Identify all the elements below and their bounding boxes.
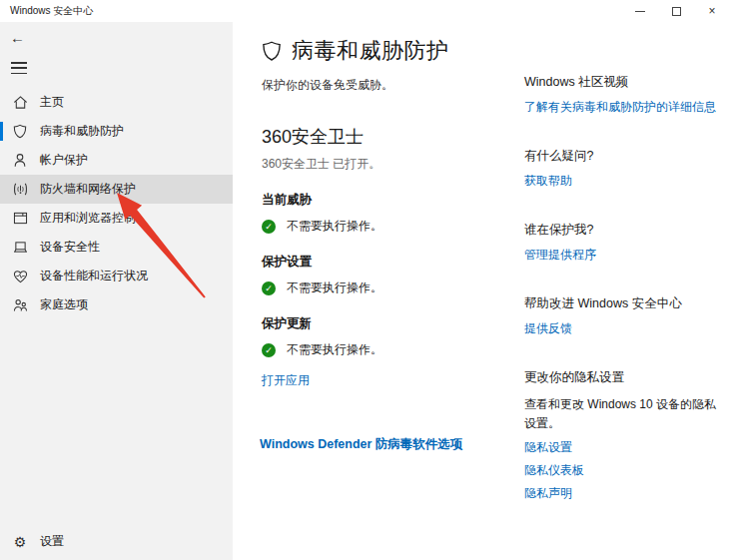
section-heading-current-threats: 当前威胁 xyxy=(262,192,524,209)
hamburger-menu-button[interactable] xyxy=(11,62,27,74)
aside-link-get-help[interactable]: 获取帮助 xyxy=(524,173,572,190)
status-row: ✓ 不需要执行操作。 xyxy=(262,280,524,296)
page-header: 病毒和威胁防护 xyxy=(262,36,524,66)
gear-icon: ⚙ xyxy=(12,534,28,550)
aside-privacy-description: 查看和更改 Windows 10 设备的隐私设置。 xyxy=(524,395,720,432)
sidebar-item-device-performance[interactable]: 设备性能和运行状况 xyxy=(0,262,233,290)
titlebar: Windows 安全中心 × xyxy=(0,0,730,22)
main-content: 病毒和威胁防护 保护你的设备免受威胁。 360安全卫士 360安全卫士 已打开。… xyxy=(233,22,524,560)
sidebar-item-label: 设置 xyxy=(40,533,64,550)
health-icon xyxy=(12,269,28,284)
aside-heading-who-protects-me: 谁在保护我? xyxy=(524,222,720,239)
page-subtitle: 保护你的设备免受威胁。 xyxy=(262,77,524,94)
sidebar-item-device-security[interactable]: 设备安全性 xyxy=(0,233,233,262)
sidebar-item-settings[interactable]: ⚙ 设置 xyxy=(0,527,233,556)
aside-heading-questions: 有什么疑问? xyxy=(524,148,720,165)
aside-heading-community-videos: Windows 社区视频 xyxy=(524,74,720,91)
sidebar: ← 主页 病毒和威胁防护 帐户保护 xyxy=(0,22,233,560)
sidebar-nav: 主页 病毒和威胁防护 帐户保护 防火墙和网络保护 xyxy=(0,88,233,319)
provider-status: 360安全卫士 已打开。 xyxy=(262,156,524,173)
status-text: 不需要执行操作。 xyxy=(287,218,382,235)
privacy-links: 隐私设置 隐私仪表板 隐私声明 xyxy=(524,439,720,502)
sidebar-item-virus-protection[interactable]: 病毒和威胁防护 xyxy=(0,117,233,146)
check-circle-icon: ✓ xyxy=(262,343,276,357)
minimize-button[interactable] xyxy=(622,0,658,22)
back-button[interactable]: ← xyxy=(10,27,30,47)
person-icon xyxy=(12,153,28,169)
aside-heading-privacy-settings: 更改你的隐私设置 xyxy=(524,369,720,386)
status-row: ✓ 不需要执行操作。 xyxy=(262,218,524,235)
aside-link-privacy-settings[interactable]: 隐私设置 xyxy=(524,439,720,456)
sidebar-item-label: 病毒和威胁防护 xyxy=(40,123,124,140)
aside-link-privacy-statement[interactable]: 隐私声明 xyxy=(524,485,720,502)
sidebar-item-label: 帐户保护 xyxy=(40,152,88,169)
aside-link-learn-more[interactable]: 了解有关病毒和威胁防护的详细信息 xyxy=(524,99,716,116)
home-icon xyxy=(12,95,28,111)
sidebar-item-firewall-network[interactable]: 防火墙和网络保护 xyxy=(0,175,233,204)
open-app-link[interactable]: 打开应用 xyxy=(262,372,310,389)
sidebar-item-label: 家庭选项 xyxy=(40,296,88,313)
sidebar-item-label: 主页 xyxy=(40,94,64,111)
aside-panel: Windows 社区视频 了解有关病毒和威胁防护的详细信息 有什么疑问? 获取帮… xyxy=(524,22,720,502)
sidebar-item-label: 设备安全性 xyxy=(40,239,100,256)
sidebar-item-family-options[interactable]: 家庭选项 xyxy=(0,290,233,319)
hamburger-icon xyxy=(11,62,27,64)
status-text: 不需要执行操作。 xyxy=(287,341,382,358)
sidebar-item-account-protection[interactable]: 帐户保护 xyxy=(0,146,233,175)
maximize-icon xyxy=(672,7,681,16)
windows-security-window: Windows 安全中心 × ← 主页 病毒和威胁防护 xyxy=(0,0,730,560)
sidebar-item-label: 防火墙和网络保护 xyxy=(40,181,136,198)
sidebar-item-home[interactable]: 主页 xyxy=(0,88,233,117)
close-icon: × xyxy=(708,5,715,17)
section-heading-protection-updates: 保护更新 xyxy=(262,315,524,332)
firewall-icon xyxy=(12,182,28,198)
check-circle-icon: ✓ xyxy=(262,281,276,295)
close-button[interactable]: × xyxy=(694,0,730,22)
status-row: ✓ 不需要执行操作。 xyxy=(262,341,524,358)
page-title: 病毒和威胁防护 xyxy=(292,36,449,66)
status-text: 不需要执行操作。 xyxy=(287,280,382,296)
maximize-button[interactable] xyxy=(658,0,694,22)
defender-options-link[interactable]: Windows Defender 防病毒软件选项 xyxy=(260,436,462,453)
check-circle-icon: ✓ xyxy=(262,220,276,234)
sidebar-item-app-browser-control[interactable]: 应用和浏览器控制 xyxy=(0,204,233,233)
app-browser-icon xyxy=(12,211,28,227)
minimize-icon xyxy=(635,11,645,12)
window-controls: × xyxy=(622,0,730,22)
sidebar-item-label: 应用和浏览器控制 xyxy=(40,210,136,227)
aside-heading-improve-security: 帮助改进 Windows 安全中心 xyxy=(524,295,720,312)
family-icon xyxy=(12,297,28,313)
back-icon: ← xyxy=(10,29,25,46)
sidebar-item-label: 设备性能和运行状况 xyxy=(40,268,148,284)
shield-icon xyxy=(12,124,28,140)
aside-link-privacy-dashboard[interactable]: 隐私仪表板 xyxy=(524,462,720,479)
aside-link-give-feedback[interactable]: 提供反馈 xyxy=(524,320,572,337)
shield-icon xyxy=(262,40,282,62)
provider-name: 360安全卫士 xyxy=(262,125,524,149)
aside-link-manage-providers[interactable]: 管理提供程序 xyxy=(524,247,596,264)
device-icon xyxy=(12,240,28,256)
window-title: Windows 安全中心 xyxy=(10,4,93,18)
section-heading-protection-settings: 保护设置 xyxy=(262,254,524,271)
